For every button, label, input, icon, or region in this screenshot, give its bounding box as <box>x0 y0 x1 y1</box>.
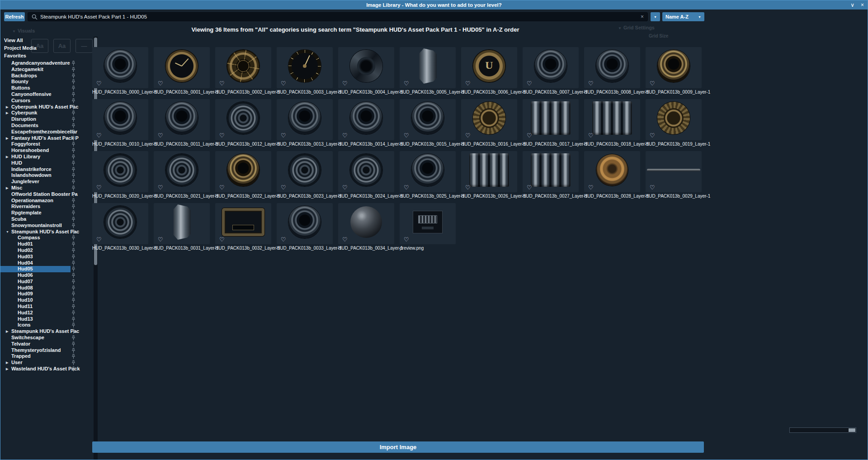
sort-select[interactable]: Name A-Z ▼ <box>662 12 704 21</box>
search-input[interactable]: Steampunk HUD's Asset Pack Part 1 - HUD0… <box>40 14 638 19</box>
asset-thumbnail[interactable]: ♡ <box>92 99 148 140</box>
sidebar-item[interactable]: ▶Misc <box>0 185 98 191</box>
sidebar-item-view-all[interactable]: View All <box>0 37 98 44</box>
favorite-heart-icon[interactable]: ♡ <box>342 132 348 139</box>
expand-arrow-icon[interactable]: ▶ <box>6 104 8 110</box>
clear-search-icon[interactable]: × <box>641 14 644 20</box>
pin-icon[interactable] <box>71 235 75 241</box>
pin-icon[interactable] <box>71 67 75 72</box>
sidebar-item[interactable]: Agrandcanyonadventure <box>0 60 98 66</box>
expand-arrow-icon[interactable]: ▶ <box>6 328 8 335</box>
asset-thumbnail[interactable]: ♡ <box>461 99 517 140</box>
asset-thumbnail[interactable]: ♡ <box>584 151 640 192</box>
pin-icon[interactable] <box>71 179 75 185</box>
asset-thumbnail[interactable]: ♡ <box>215 47 271 88</box>
favorite-heart-icon[interactable]: ♡ <box>281 184 286 191</box>
expand-arrow-icon[interactable]: ▶ <box>6 360 8 366</box>
pin-icon[interactable] <box>71 73 75 79</box>
asset-thumbnail[interactable]: ♡ <box>92 203 148 244</box>
sidebar-item[interactable]: Junglefever <box>0 179 98 185</box>
asset-thumbnail[interactable]: ♡ <box>400 203 456 244</box>
sidebar-item[interactable]: Offworld Station Booster Pa <box>0 191 98 198</box>
favorite-heart-icon[interactable]: ♡ <box>281 80 286 87</box>
asset-thumbnail[interactable]: ♡ <box>584 99 640 140</box>
favorite-heart-icon[interactable]: ♡ <box>219 132 225 139</box>
asset-thumbnail[interactable]: ♡ <box>277 151 333 192</box>
favorite-heart-icon[interactable]: ♡ <box>404 236 409 243</box>
sidebar-item[interactable]: ▶HUD Library <box>0 154 98 160</box>
sidebar-item[interactable]: Compass <box>0 235 98 241</box>
refresh-button[interactable]: Refresh <box>4 12 25 21</box>
favorite-heart-icon[interactable]: ♡ <box>342 80 348 87</box>
pin-icon[interactable] <box>71 360 75 365</box>
asset-thumbnail[interactable]: ♡ <box>277 99 333 140</box>
asset-thumbnail[interactable]: ♡ <box>92 47 148 88</box>
favorite-heart-icon[interactable]: ♡ <box>96 184 102 191</box>
sidebar-item[interactable]: ▼Steampunk HUD's Asset Pac <box>0 229 98 235</box>
sidebar-item[interactable]: Hud03 <box>0 254 98 260</box>
favorite-heart-icon[interactable]: ♡ <box>650 80 655 87</box>
pin-icon[interactable] <box>71 229 75 235</box>
sidebar-item[interactable]: Hud11 <box>0 304 98 310</box>
expand-arrow-icon[interactable]: ▶ <box>6 110 8 116</box>
sidebar-item[interactable]: Trapped <box>0 353 98 360</box>
pin-icon[interactable] <box>71 148 75 153</box>
sidebar-item[interactable]: Backdrops <box>0 73 98 79</box>
sidebar-item[interactable]: ▶User <box>0 360 98 366</box>
sidebar-item[interactable]: Cursors <box>0 98 98 104</box>
pin-icon[interactable] <box>71 217 75 222</box>
favorite-heart-icon[interactable]: ♡ <box>404 80 409 87</box>
pin-icon[interactable] <box>71 154 75 160</box>
import-image-button[interactable]: Import Image <box>92 441 704 453</box>
sidebar-item[interactable]: Icons <box>0 322 98 328</box>
pin-icon[interactable] <box>71 317 75 322</box>
sidebar-item[interactable]: Hud10 <box>0 297 98 304</box>
pin-icon[interactable] <box>71 198 75 204</box>
sidebar-item[interactable]: Hud13 <box>0 316 98 322</box>
search-field[interactable]: Steampunk HUD's Asset Pack Part 1 - HUD0… <box>28 12 648 21</box>
favorite-heart-icon[interactable]: ♡ <box>588 132 594 139</box>
asset-thumbnail[interactable]: ♡ <box>646 99 702 140</box>
pin-icon[interactable] <box>71 104 75 110</box>
favorite-heart-icon[interactable]: ♡ <box>650 132 655 139</box>
asset-thumbnail[interactable]: ♡ <box>400 47 456 88</box>
sidebar-item[interactable]: Scuba <box>0 216 98 223</box>
pin-icon[interactable] <box>71 210 75 216</box>
collapse-arrow-icon[interactable]: ▼ <box>6 229 9 235</box>
asset-thumbnail[interactable]: ♡ <box>215 203 271 244</box>
sidebar-item[interactable]: Hud08 <box>0 285 98 291</box>
asset-thumbnail[interactable]: ♡ <box>523 151 579 192</box>
sidebar-item[interactable]: Documents <box>0 123 98 129</box>
sidebar-item[interactable]: Hud09 <box>0 291 98 297</box>
sidebar-item[interactable]: Snowymountainstroll <box>0 223 98 229</box>
sidebar-item-project-media[interactable]: Project Media <box>0 44 98 52</box>
sidebar-item[interactable]: Hud02 <box>0 247 98 254</box>
favorite-heart-icon[interactable]: ♡ <box>158 236 163 243</box>
asset-thumbnail[interactable]: ♡ <box>646 151 702 192</box>
sidebar-item[interactable]: Canyonoffensive <box>0 91 98 98</box>
asset-thumbnail[interactable]: ♡ <box>92 151 148 192</box>
pin-icon[interactable] <box>71 279 75 285</box>
pin-icon[interactable] <box>71 291 75 297</box>
pin-icon[interactable] <box>71 366 75 372</box>
pin-icon[interactable] <box>71 298 75 303</box>
asset-thumbnail[interactable]: ♡ <box>338 99 394 140</box>
sidebar-item[interactable]: Rpgtemplate <box>0 210 98 216</box>
favorite-heart-icon[interactable]: ♡ <box>96 236 102 243</box>
sidebar-item[interactable]: Foggyforest <box>0 141 98 147</box>
sidebar-item[interactable]: Indianstrikeforce <box>0 166 98 173</box>
favorite-heart-icon[interactable]: ♡ <box>96 80 102 87</box>
pin-icon[interactable] <box>71 161 75 166</box>
asset-thumbnail[interactable]: ♡ <box>154 151 210 192</box>
expand-arrow-icon[interactable]: ▶ <box>6 185 8 191</box>
pin-icon[interactable] <box>71 79 75 85</box>
pin-icon[interactable] <box>71 273 75 278</box>
favorite-heart-icon[interactable]: ♡ <box>96 132 102 139</box>
favorite-heart-icon[interactable]: ♡ <box>219 236 225 243</box>
pin-icon[interactable] <box>71 117 75 122</box>
sidebar-item-favorites[interactable]: Favorites <box>0 52 98 60</box>
horizontal-scrollbar-thumb[interactable] <box>849 428 855 432</box>
favorite-heart-icon[interactable]: ♡ <box>281 132 286 139</box>
sidebar-item[interactable]: Hud06 <box>0 272 98 279</box>
asset-thumbnail[interactable]: ♡ <box>400 99 456 140</box>
